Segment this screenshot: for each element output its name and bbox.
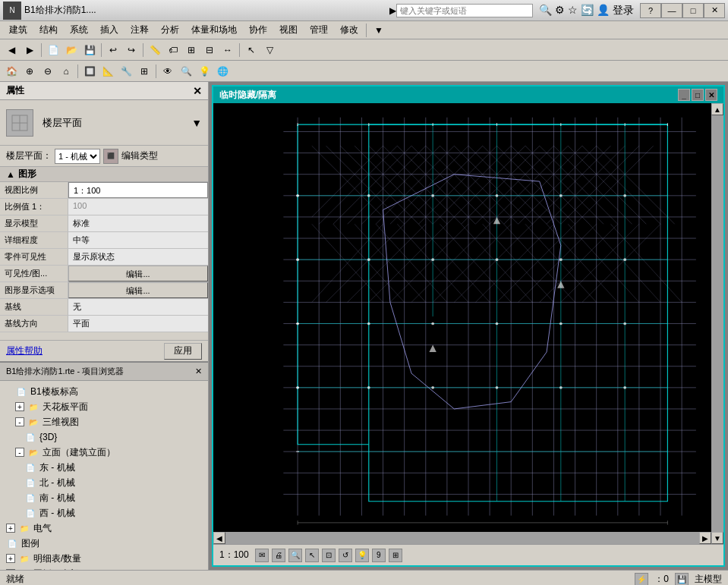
list-item[interactable]: 📄 西 - 机械	[0, 505, 208, 521]
toolbar-select[interactable]: ↖	[243, 42, 260, 58]
list-item[interactable]: + 📁 电气	[0, 521, 208, 536]
status-save-icon[interactable]: 💾	[675, 573, 689, 586]
toolbar2-b10[interactable]: 🔍	[178, 63, 194, 80]
menu-architecture[interactable]: 建筑	[3, 22, 33, 38]
scroll-up-btn[interactable]: ▲	[711, 103, 723, 115]
floor-dropdown[interactable]: 1 - 机械	[55, 149, 100, 164]
vp-print-icon[interactable]: 🖨	[272, 549, 285, 562]
vp-light-icon[interactable]: 💡	[355, 549, 369, 562]
list-item[interactable]: 📄 图例	[0, 536, 208, 551]
menu-manage[interactable]: 管理	[304, 22, 334, 38]
tree-toggle-schedule[interactable]: +	[6, 554, 15, 563]
toolbar2-b6[interactable]: 📐	[99, 63, 116, 80]
prop-section-figure[interactable]: ▲ 图形	[0, 167, 208, 182]
scroll-right-btn[interactable]: ▶	[699, 532, 711, 544]
tree-toggle-sheets[interactable]: +	[6, 569, 15, 570]
list-item[interactable]: 📄 东 - 机械	[0, 460, 208, 475]
toolbar2-b4[interactable]: ⌂	[58, 63, 74, 80]
properties-close[interactable]: ✕	[193, 85, 202, 97]
find-icon[interactable]: 🔍	[539, 4, 552, 17]
toolbar-arrow-left[interactable]: ◀	[3, 42, 20, 58]
scroll-track-v[interactable]	[711, 115, 723, 532]
viewport-canvas[interactable]: ▲ ▼ ◀ ▶	[213, 103, 723, 544]
scroll-track-h[interactable]	[225, 532, 699, 544]
help-button[interactable]: ?	[640, 3, 661, 18]
edit-type-icon[interactable]: ⬛	[103, 149, 118, 164]
prop-type-arrow[interactable]: ▼	[191, 117, 202, 129]
list-item[interactable]: 📄 北 - 机械	[0, 475, 208, 490]
toolbar-save[interactable]: 💾	[81, 42, 98, 58]
vp-num-icon[interactable]: 9	[372, 549, 386, 562]
menu-structure[interactable]: 结构	[33, 22, 64, 38]
toolbar2-b12[interactable]: 🌐	[214, 63, 231, 80]
toolbar2-b9[interactable]: 👁	[159, 63, 176, 80]
scroll-down-btn[interactable]: ▼	[711, 532, 723, 544]
project-panel-close[interactable]: ✕	[195, 366, 202, 376]
list-item[interactable]: - 📂 三维视图	[0, 414, 208, 429]
properties-help-link[interactable]: 属性帮助	[6, 344, 43, 357]
vp-select-icon[interactable]: ⊡	[322, 549, 336, 562]
tree-toggle-3d[interactable]: -	[15, 417, 24, 426]
toolbar2-b1[interactable]: 🏠	[3, 63, 20, 80]
toolbar-align[interactable]: ⊞	[183, 42, 200, 58]
vp-layer-icon[interactable]: ⊞	[389, 549, 402, 562]
toolbar-arrow-right[interactable]: ▶	[21, 42, 38, 58]
maximize-button[interactable]: □	[682, 3, 704, 18]
menu-modify[interactable]: 修改	[334, 22, 364, 38]
toolbar2-b2[interactable]: ⊕	[21, 63, 38, 80]
toolbar-grid[interactable]: ⊟	[201, 42, 218, 58]
toolbar-dim[interactable]: ↔	[219, 42, 236, 58]
vp-cursor-icon[interactable]: ↖	[305, 549, 319, 562]
toolbar-filter[interactable]: ▽	[261, 42, 278, 58]
prop-value-graphics[interactable]: 编辑...	[68, 282, 208, 298]
menu-view[interactable]: 视图	[273, 22, 304, 38]
tree-toggle-electric[interactable]: +	[6, 524, 15, 533]
menu-collaborate[interactable]: 协作	[243, 22, 273, 38]
title-bar-search[interactable]	[396, 4, 533, 17]
close-button[interactable]: ✕	[704, 3, 725, 18]
vp-rotate-icon[interactable]: ↺	[339, 549, 352, 562]
scroll-left-btn[interactable]: ◀	[213, 532, 225, 544]
menu-insert[interactable]: 插入	[94, 22, 124, 38]
vp-email-icon[interactable]: ✉	[255, 549, 269, 562]
apply-button[interactable]: 应用	[164, 343, 202, 360]
toolbar-tag[interactable]: 🏷	[165, 42, 181, 58]
tree-toggle-elevation[interactable]: -	[15, 448, 24, 457]
menu-annotation[interactable]: 注释	[124, 22, 155, 38]
float-close-btn[interactable]: ✕	[705, 89, 717, 101]
float-restore-btn[interactable]: □	[692, 89, 704, 101]
toolbar2-b11[interactable]: 💡	[196, 63, 213, 80]
tree-toggle-ceiling[interactable]: +	[15, 402, 24, 411]
toolbar-redo[interactable]: ↪	[123, 42, 140, 58]
menu-analyze[interactable]: 分析	[155, 22, 185, 38]
viewport-hscrollbar[interactable]: ◀ ▶	[213, 532, 711, 544]
toolbar-open[interactable]: 📂	[63, 42, 80, 58]
toolbar2-b5[interactable]: 🔲	[81, 63, 98, 80]
toolbar2-b3[interactable]: ⊖	[39, 63, 56, 80]
viewport-vscrollbar[interactable]: ▲ ▼	[711, 103, 723, 544]
settings-icon[interactable]: ⚙	[555, 4, 565, 17]
menu-dropdown[interactable]: ▼	[368, 24, 389, 37]
minimize-button[interactable]: —	[661, 3, 682, 18]
menu-massing[interactable]: 体量和场地	[185, 22, 243, 38]
list-item[interactable]: 📄 南 - 机械	[0, 490, 208, 505]
toolbar-new[interactable]: 📄	[45, 42, 61, 58]
toolbar2-b8[interactable]: ⊞	[136, 63, 153, 80]
prop-value-visibility[interactable]: 编辑...	[68, 266, 208, 281]
toolbar2-b7[interactable]: 🔧	[118, 63, 134, 80]
list-item[interactable]: + 📁 天花板平面	[0, 399, 208, 414]
status-lightning-icon[interactable]: ⚡	[635, 573, 648, 586]
float-minimize-btn[interactable]: _	[678, 89, 690, 101]
login-label[interactable]: 登录	[613, 4, 634, 17]
star-icon[interactable]: ☆	[568, 4, 578, 17]
toolbar-measure[interactable]: 📏	[147, 42, 163, 58]
toolbar-undo[interactable]: ↩	[105, 42, 121, 58]
edit-type-label[interactable]: 编辑类型	[121, 149, 158, 162]
list-item[interactable]: + 📁 明细表/数量	[0, 551, 208, 566]
sync-icon[interactable]: 🔄	[581, 4, 594, 17]
prop-value-scale[interactable]: 1：100	[68, 182, 208, 198]
vp-search-icon[interactable]: 🔍	[288, 549, 302, 562]
list-item[interactable]: + 📁 图纸（全部）	[0, 566, 208, 570]
menu-system[interactable]: 系统	[64, 22, 94, 38]
user-icon[interactable]: 👤	[597, 4, 610, 17]
